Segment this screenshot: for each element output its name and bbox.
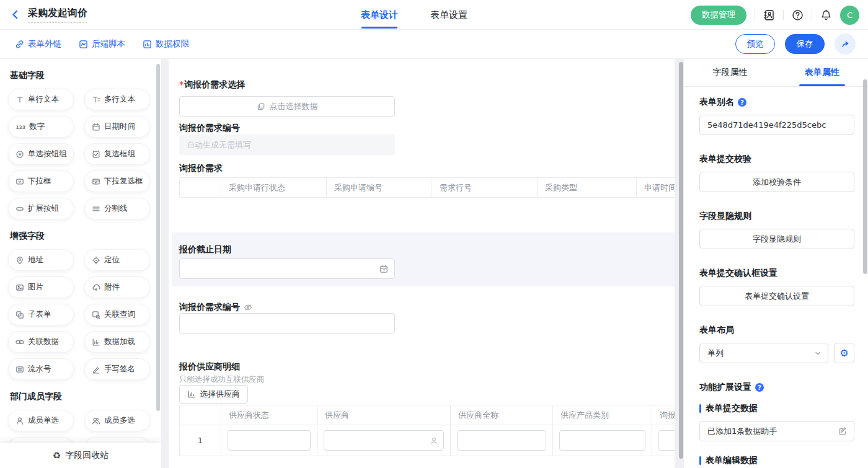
item-label: 下拉框 <box>28 176 51 187</box>
supplier-input[interactable] <box>324 430 444 451</box>
recycle-icon: ♻ <box>53 451 61 461</box>
back-icon[interactable] <box>10 9 20 20</box>
avatar[interactable]: C <box>840 6 859 25</box>
extend-button-icon <box>16 205 24 213</box>
item-label: 数字 <box>29 121 45 132</box>
divider <box>755 10 755 20</box>
sidebar-item-signature[interactable]: 手写签名 <box>84 358 150 380</box>
sidebar-item-related-query[interactable]: 关联查询 <box>84 304 150 325</box>
canvas-scrollbar[interactable] <box>679 62 683 459</box>
field-visibility-label: 字段显隐规则 <box>699 211 854 222</box>
backend-script[interactable]: 后端脚本 <box>79 38 125 50</box>
supplier-hint: 只能选择成功互联供应商 <box>179 374 265 385</box>
submit-data-label: 表单提交数据 <box>699 403 854 414</box>
add-validation-button[interactable]: 添加校验条件 <box>699 172 854 192</box>
number-icon: 123 <box>16 123 25 131</box>
sidebar-item-data-load[interactable]: 数据加载 <box>84 331 150 353</box>
item-label: 关联数据 <box>28 337 59 347</box>
select-data-label: 点击选择数据 <box>270 101 318 112</box>
sidebar-item-member-single[interactable]: 成员单选 <box>8 410 74 431</box>
share-button[interactable] <box>835 33 856 55</box>
calendar-icon: 7 <box>379 265 388 273</box>
tab-form-properties[interactable]: 表单属性 <box>776 59 868 86</box>
help-circle-icon[interactable] <box>738 98 746 107</box>
sidebar-item-member-multi[interactable]: 成员多选 <box>84 410 150 431</box>
data-permission-icon <box>143 40 152 49</box>
layout-settings-button[interactable]: ⚙ <box>834 343 854 363</box>
submit-confirm-button[interactable]: 表单提交确认设置 <box>699 286 854 306</box>
form-external-link[interactable]: 表单外链 <box>15 38 61 50</box>
edit-icon[interactable] <box>838 426 848 436</box>
cell-cutoff <box>652 425 675 456</box>
select-data-button[interactable]: 点击选择数据 <box>179 96 395 117</box>
submit-confirm-label: 表单提交确认框设置 <box>699 268 854 279</box>
tab-form-settings[interactable]: 表单设置 <box>428 0 470 30</box>
toolbar-actions: 预览 保存 <box>735 33 856 55</box>
choose-supplier-label: 选择供应商 <box>200 389 240 400</box>
sidebar-item-number[interactable]: 123 数字 <box>8 116 74 138</box>
data-permission[interactable]: 数据权限 <box>143 38 189 50</box>
sidebar-scrollbar[interactable] <box>156 64 160 411</box>
form-alias-input[interactable]: 5e48d71de419e4f225d5cebc <box>699 115 854 135</box>
sidebar-item-multi-select[interactable]: 下拉复选框 <box>84 170 150 192</box>
preview-button[interactable]: 预览 <box>735 34 775 54</box>
bar-chart-icon <box>187 390 196 399</box>
supplier-fullname-input[interactable] <box>457 430 546 451</box>
tab-form-design[interactable]: 表单设计 <box>358 0 401 30</box>
panel-scrollbar[interactable] <box>863 79 867 274</box>
item-label: 数据加载 <box>104 337 135 347</box>
cell-supplier-status <box>221 425 317 456</box>
sidebar-item-select[interactable]: 下拉框 <box>8 170 74 192</box>
sidebar-item-single-line-text[interactable]: 单行文本 <box>8 89 74 110</box>
svg-text:123: 123 <box>16 125 26 130</box>
tab-field-properties[interactable]: 字段属性 <box>684 59 776 86</box>
field-label-demand-table: 询报价需求 <box>179 163 223 174</box>
sidebar-item-attachment[interactable]: 附件 <box>84 276 150 298</box>
required-mark: * <box>179 79 184 89</box>
sidebar-item-datetime[interactable]: 日期时间 <box>84 116 150 138</box>
bell-icon[interactable] <box>820 9 832 21</box>
help-circle-icon[interactable] <box>755 383 764 392</box>
deadline-date-input[interactable]: 7 <box>179 258 395 279</box>
data-manage-button[interactable]: 数据管理 <box>691 6 746 25</box>
cutoff-input[interactable] <box>658 430 675 451</box>
sidebar-item-divider[interactable]: 分割线 <box>84 198 150 219</box>
submit-data-field[interactable]: 已添加1条数据助手 <box>699 421 854 441</box>
choose-supplier-button[interactable]: 选择供应商 <box>179 385 248 404</box>
field-label-demand-no2: 询报价需求编号 <box>179 302 252 313</box>
item-label: 定位 <box>104 255 120 265</box>
sidebar-item-address[interactable]: 地址 <box>8 249 74 271</box>
save-button[interactable]: 保存 <box>785 34 825 54</box>
image-icon <box>16 283 24 292</box>
address-book-icon[interactable] <box>763 9 775 21</box>
supplier-table-row: 1 <box>179 425 675 456</box>
form-layout-select[interactable]: 单列 <box>699 343 828 363</box>
sidebar-item-checkbox-group[interactable]: 复选框组 <box>84 143 150 165</box>
demand-no2-input[interactable] <box>179 313 395 333</box>
sidebar-item-multi-line-text[interactable]: 多行文本 <box>84 89 150 110</box>
cell-supplier-fullname <box>450 425 552 456</box>
field-recycle-bin[interactable]: ♻ 字段回收站 <box>0 443 161 468</box>
page-title[interactable]: 采购发起询价 <box>28 7 87 23</box>
sidebar-item-serial-number[interactable]: 流水号 <box>8 358 74 380</box>
member-single-icon <box>16 417 24 425</box>
enhanced-fields-grid: 地址 定位 图片 附件 子表单 关联查询 关联数据 数据加载 <box>8 249 161 380</box>
script-icon <box>79 40 88 49</box>
multi-select-icon <box>92 177 100 186</box>
supplier-status-input[interactable] <box>228 430 311 451</box>
sidebar-item-image[interactable]: 图片 <box>8 276 74 298</box>
header-cell: 采购申请行状态 <box>221 178 326 197</box>
sidebar-item-related-data[interactable]: 关联数据 <box>8 331 74 353</box>
item-label: 流水号 <box>28 364 51 374</box>
sidebar-item-subform[interactable]: 子表单 <box>8 304 74 325</box>
related-data-icon <box>16 338 24 347</box>
properties-panel: 字段属性 表单属性 表单别名 5e48d71de419e4f225d5cebc … <box>684 59 868 468</box>
product-category-input[interactable] <box>559 430 645 451</box>
field-visibility-button[interactable]: 字段显隐规则 <box>699 229 854 249</box>
sidebar-item-radio-group[interactable]: 单选按钮组 <box>8 143 74 165</box>
sidebar-item-extend-button[interactable]: 扩展按钮 <box>8 198 74 219</box>
help-icon[interactable] <box>792 9 804 21</box>
header-cell: 供应产品类别 <box>552 405 652 425</box>
sidebar-item-locate[interactable]: 定位 <box>84 249 150 271</box>
header-cell-blank <box>180 405 221 425</box>
